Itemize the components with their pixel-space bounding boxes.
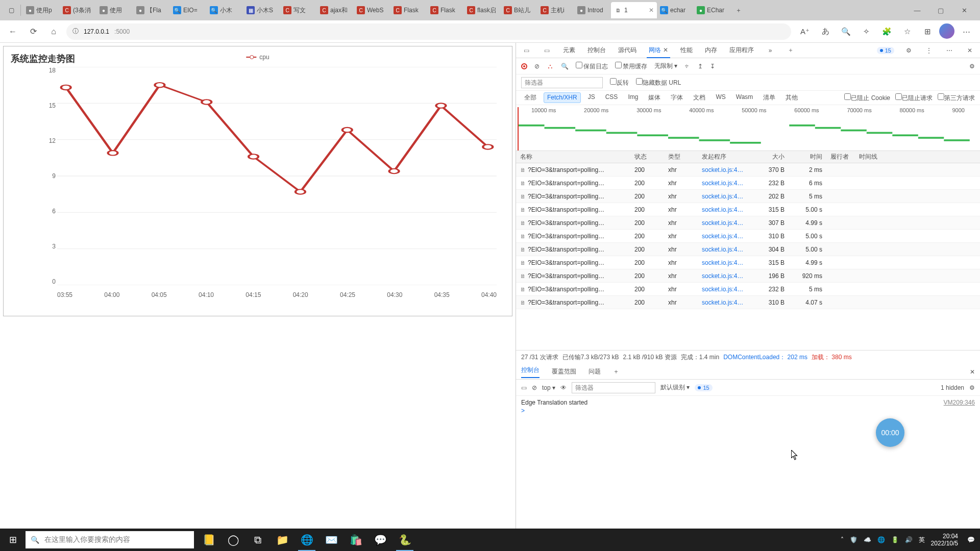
window-minimize[interactable]: — — [905, 0, 929, 20]
taskbar-app-cortana[interactable]: ◯ — [222, 529, 245, 551]
console-source-link[interactable]: VM209:346 — [944, 399, 975, 406]
taskbar-app-wechat[interactable]: 💬 — [369, 529, 392, 551]
site-info-icon[interactable]: ⓘ — [72, 27, 79, 36]
devtools-settings-icon[interactable]: ⚙ — [902, 47, 915, 54]
devtools-tab[interactable]: 控制台 — [585, 43, 608, 58]
network-request-row[interactable]: ?EIO=3&transport=polling…200xhrsocket.io… — [516, 256, 980, 269]
browser-tab[interactable]: ●EChar — [694, 2, 730, 18]
network-type-chip[interactable]: 文档 — [690, 92, 708, 103]
new-tab-button[interactable]: ＋ — [731, 3, 746, 17]
devtools-more-icon[interactable]: ⋯ — [943, 47, 955, 54]
drawer-tab-coverage[interactable]: 覆盖范围 — [552, 367, 576, 376]
network-type-chip[interactable]: CSS — [602, 92, 621, 103]
network-overview[interactable]: 10000 ms20000 ms30000 ms40000 ms50000 ms… — [516, 105, 980, 151]
network-type-chip[interactable]: JS — [585, 92, 598, 103]
favorite-icon[interactable]: ✧ — [857, 23, 875, 40]
close-icon[interactable]: ✕ — [663, 46, 668, 54]
inspect-element-icon[interactable]: ▭ — [520, 47, 532, 54]
export-har-icon[interactable]: ↧ — [710, 63, 715, 70]
network-request-row[interactable]: ?EIO=3&transport=polling…200xhrsocket.io… — [516, 190, 980, 203]
add-tab-icon[interactable]: ＋ — [785, 46, 797, 55]
network-request-row[interactable]: ?EIO=3&transport=polling…200xhrsocket.io… — [516, 177, 980, 190]
console-context-select[interactable]: top ▾ — [542, 384, 555, 391]
browser-tab[interactable]: 🗎1✕ — [611, 2, 657, 18]
col-status[interactable]: 状态 — [630, 153, 664, 161]
devtools-dock-icon[interactable]: ⋮ — [923, 47, 935, 54]
console-settings-icon[interactable]: ⚙ — [969, 384, 975, 391]
network-settings-icon[interactable]: ⚙ — [969, 63, 975, 70]
browser-menu-icon[interactable]: ⋯ — [958, 23, 975, 40]
read-aloud-icon[interactable]: A⁺ — [796, 23, 814, 40]
more-tabs-icon[interactable]: » — [764, 47, 776, 54]
network-type-chip[interactable]: Fetch/XHR — [544, 92, 581, 103]
taskbar-app-pycharm[interactable]: 🐍 — [393, 529, 416, 551]
filter-toggle-icon[interactable]: ⛬ — [547, 62, 554, 70]
tray-weather-icon[interactable]: ☁️ — [864, 536, 871, 543]
network-request-row[interactable]: ?EIO=3&transport=polling…200xhrsocket.io… — [516, 283, 980, 296]
taskbar-app-edge[interactable]: 🌐 — [295, 529, 318, 551]
devtools-close-icon[interactable]: ✕ — [964, 47, 976, 54]
taskbar-app-store[interactable]: 🛍️ — [344, 529, 368, 551]
drawer-tab-issues[interactable]: 问题 — [589, 367, 601, 376]
network-type-chip[interactable]: 全部 — [521, 92, 540, 103]
tray-battery-icon[interactable]: 🔋 — [891, 536, 899, 543]
taskbar-app-notes[interactable]: 📒 — [197, 529, 220, 551]
zoom-icon[interactable]: 🔍 — [837, 23, 854, 40]
network-request-row[interactable]: ?EIO=3&transport=polling…200xhrsocket.io… — [516, 269, 980, 283]
tray-notifications-icon[interactable]: 💬 — [967, 536, 975, 543]
devtools-tab[interactable]: 网络✕ — [647, 43, 670, 58]
network-type-chip[interactable]: 清单 — [760, 92, 778, 103]
tray-ime[interactable]: 英 — [919, 536, 925, 544]
network-request-row[interactable]: ?EIO=3&transport=polling…200xhrsocket.io… — [516, 296, 980, 309]
chart-legend[interactable]: cpu — [246, 54, 269, 61]
browser-tab[interactable]: ▦小木S — [243, 2, 280, 18]
tray-security-icon[interactable]: 🛡️ — [850, 536, 857, 543]
clear-button[interactable]: ⊘ — [534, 63, 540, 70]
network-type-chip[interactable]: Wasm — [733, 92, 756, 103]
browser-tab[interactable]: CB站儿 — [501, 2, 537, 18]
devtools-tab[interactable]: 应用程序 — [727, 43, 756, 58]
browser-tab[interactable]: ●使用 — [96, 2, 133, 18]
tab-actions-icon[interactable]: ▢ — [4, 3, 18, 17]
browser-tab[interactable]: ●使用p — [23, 2, 60, 18]
browser-tab[interactable]: ●【Fla — [133, 2, 170, 18]
url-input[interactable]: ⓘ 127.0.0.1:5000 — [66, 23, 791, 40]
network-request-row[interactable]: ?EIO=3&transport=polling…200xhrsocket.io… — [516, 230, 980, 243]
browser-tab[interactable]: 🔍EIO= — [170, 2, 207, 18]
device-toolbar-icon[interactable]: ▭ — [541, 47, 553, 54]
collections-icon[interactable]: ⊞ — [919, 23, 936, 40]
browser-tab[interactable]: Cflask启 — [464, 2, 501, 18]
browser-tab[interactable]: CWebS — [354, 2, 390, 18]
console-filter-input[interactable] — [572, 382, 655, 393]
console-body[interactable]: Edge Translation started VM209:346 > — [516, 396, 980, 529]
issues-badge[interactable]: 15 — [877, 47, 894, 54]
browser-tab[interactable]: 🔍echar — [657, 2, 694, 18]
col-size[interactable]: 大小 — [753, 153, 789, 161]
nav-home-button[interactable]: ⌂ — [46, 24, 61, 39]
start-button[interactable]: ⊞ — [0, 529, 26, 551]
devtools-tab[interactable]: 性能 — [678, 43, 695, 58]
network-type-chip[interactable]: 其他 — [782, 92, 801, 103]
col-time[interactable]: 时间 — [789, 153, 826, 161]
console-sidebar-toggle-icon[interactable]: ▭ — [521, 384, 527, 391]
taskbar-clock[interactable]: 20:04 2022/10/5 — [931, 533, 961, 547]
devtools-tab[interactable]: 元素 — [561, 43, 577, 58]
window-maximize[interactable]: ▢ — [929, 0, 952, 20]
taskbar-search[interactable]: 🔍 在这里输入你要搜索的内容 — [26, 531, 194, 548]
tray-volume-icon[interactable]: 🔊 — [905, 536, 913, 543]
screen-recorder-bubble[interactable]: 00:00 — [876, 418, 904, 447]
taskbar-app-taskview[interactable]: ⧉ — [246, 529, 270, 551]
drawer-close-icon[interactable]: ✕ — [970, 368, 975, 375]
console-clear-icon[interactable]: ⊘ — [532, 384, 537, 391]
browser-tab[interactable]: C主机i — [537, 2, 574, 18]
console-level-select[interactable]: 默认级别 ▾ — [660, 383, 690, 392]
network-filter-input[interactable] — [521, 77, 603, 88]
disable-cache-checkbox[interactable]: 禁用缓存 — [615, 62, 647, 71]
col-fulfilled-by[interactable]: 履行者 — [826, 153, 855, 161]
browser-tab[interactable]: 🔍小木 — [207, 2, 243, 18]
browser-tab[interactable]: CFlask — [427, 2, 464, 18]
col-waterfall[interactable]: 时间线 — [855, 153, 980, 161]
network-type-chip[interactable]: 字体 — [668, 92, 686, 103]
col-name[interactable]: 名称 — [516, 153, 630, 161]
system-tray[interactable]: ˄ 🛡️ ☁️ 🌐 🔋 🔊 英 20:04 2022/10/5 💬 — [836, 533, 980, 547]
